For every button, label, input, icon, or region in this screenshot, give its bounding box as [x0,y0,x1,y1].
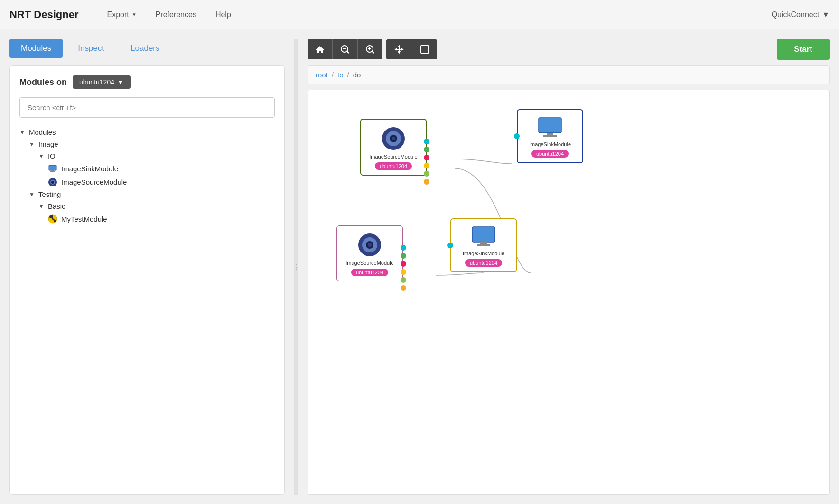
svg-rect-23 [547,133,553,135]
node2-host: ubuntu1204 [531,150,569,158]
node-imagesource-1[interactable]: ImageSourceModule ubuntu1204 [360,119,427,176]
port-olive[interactable] [424,171,429,177]
nav-menu: Export ▼ Preferences Help [97,0,771,29]
home-button[interactable] [308,39,332,59]
tree-item-imagesinkmodule[interactable]: ImageSinkModule [19,162,275,175]
svg-rect-22 [539,118,561,133]
node4-input-ports [447,243,453,248]
radioactive-icon [48,214,57,224]
start-button[interactable]: Start [777,39,830,60]
node-imagesink-2[interactable]: ImageSinkModule ubuntu1204 [517,109,583,163]
breadcrumb-do: do [353,71,361,79]
node3-label: ImageSourceModule [345,260,394,266]
tree-item-modules[interactable]: ▼ Modules [19,126,275,138]
port3-green[interactable] [401,253,406,259]
camera-icon-node3 [357,233,382,257]
module-tree: ▼ Modules ▼ Image ▼ IO [19,126,275,225]
svg-rect-2 [50,171,55,172]
search-input[interactable] [19,97,275,118]
zoom-out-button[interactable] [332,39,357,59]
node4-label: ImageSinkModule [463,251,504,256]
node2-label: ImageSinkModule [529,141,571,147]
port3-olive[interactable] [401,277,406,283]
zoom-in-button[interactable] [357,39,382,59]
tree-item-image[interactable]: ▼ Image [19,138,275,150]
svg-rect-24 [543,135,557,137]
nav-preferences[interactable]: Preferences [146,0,206,29]
breadcrumb-root[interactable]: root [316,71,328,79]
port3-pink[interactable] [401,261,406,267]
tree-item-basic[interactable]: ▼ Basic [19,200,275,212]
node1-host: ubuntu1204 [375,162,412,170]
node-imagesink-4[interactable]: ImageSinkModule ubuntu1204 [450,218,517,272]
tab-modules[interactable]: Modules [9,39,63,58]
port-teal[interactable] [424,139,429,144]
panel-divider[interactable]: ⋮ [294,39,298,495]
canvas-inner: ImageSourceModule ubuntu1204 [308,90,829,494]
port-in-teal[interactable] [514,133,520,139]
svg-line-11 [347,51,349,53]
port3-yellow[interactable] [401,269,406,275]
svg-rect-0 [49,165,56,170]
node3-ports [401,245,406,291]
toolbar-buttons [308,39,437,59]
tree-item-imagesourcemodule[interactable]: ImageSourceModule [19,175,275,188]
svg-rect-31 [477,244,490,246]
tree-arrow-image: ▼ [29,141,35,148]
canvas-area[interactable]: ImageSourceModule ubuntu1204 [308,90,830,495]
node1-ports [424,139,429,185]
move-button[interactable] [386,39,412,59]
breadcrumb-sep1: / [332,71,334,79]
tree-arrow-io: ▼ [38,153,44,159]
nav-help[interactable]: Help [206,0,241,29]
port-darkyellow[interactable] [424,179,429,185]
fit-button[interactable] [412,39,437,59]
host-dropdown-arrow: ▼ [117,78,124,86]
monitor-icon-node4 [471,226,496,248]
port-pink[interactable] [424,155,429,160]
main-content: Modules Inspect Loaders Modules on ubunt… [0,29,839,504]
svg-line-15 [372,51,374,53]
tree-item-io[interactable]: ▼ IO [19,150,275,162]
quickconnect-button[interactable]: QuickConnect ▼ [772,10,830,19]
svg-point-21 [392,137,395,140]
app-title: NRT Designer [9,9,78,21]
toolbar-group-1 [308,39,382,59]
svg-rect-29 [472,227,495,242]
breadcrumb-sep2: / [347,71,349,79]
tabs-bar: Modules Inspect Loaders [9,39,285,58]
tree-arrow-basic: ▼ [38,203,44,210]
svg-rect-1 [51,170,54,171]
tab-inspect[interactable]: Inspect [66,39,115,58]
host-badge[interactable]: ubuntu1204 ▼ [73,75,131,89]
svg-point-5 [51,181,54,184]
right-panel: Start root / to / do [308,39,830,495]
port-green[interactable] [424,147,429,152]
port4-in-teal[interactable] [447,243,453,248]
modules-header: Modules on ubuntu1204 ▼ [19,75,275,89]
port3-darkyellow[interactable] [401,285,406,291]
camera-icon [48,177,57,187]
monitor-icon-node2 [538,117,562,139]
port-yellow[interactable] [424,163,429,168]
node3-host: ubuntu1204 [351,269,388,276]
toolbar-group-2 [386,39,437,59]
svg-rect-17 [421,46,429,53]
nav-export[interactable]: Export ▼ [97,0,146,29]
quickconnect-dropdown-arrow: ▼ [822,10,830,19]
toolbar-row: Start [308,39,830,60]
tree-arrow: ▼ [19,129,25,136]
tree-item-mytestmodule[interactable]: MyTestModule [19,212,275,225]
tree-arrow-testing: ▼ [29,191,35,198]
breadcrumb-to[interactable]: to [337,71,344,79]
node1-label: ImageSourceModule [369,154,418,159]
nav-right: QuickConnect ▼ [772,10,830,19]
camera-icon-node1 [381,126,406,151]
tab-loaders[interactable]: Loaders [119,39,171,58]
node4-host: ubuntu1204 [465,259,502,267]
node-imagesource-3[interactable]: ImageSourceModule ubuntu1204 [336,225,403,281]
port3-teal[interactable] [401,245,406,251]
modules-panel: Modules on ubuntu1204 ▼ ▼ Modules ▼ Imag… [9,65,285,495]
tree-item-testing[interactable]: ▼ Testing [19,188,275,200]
top-nav: NRT Designer Export ▼ Preferences Help Q… [0,0,839,29]
